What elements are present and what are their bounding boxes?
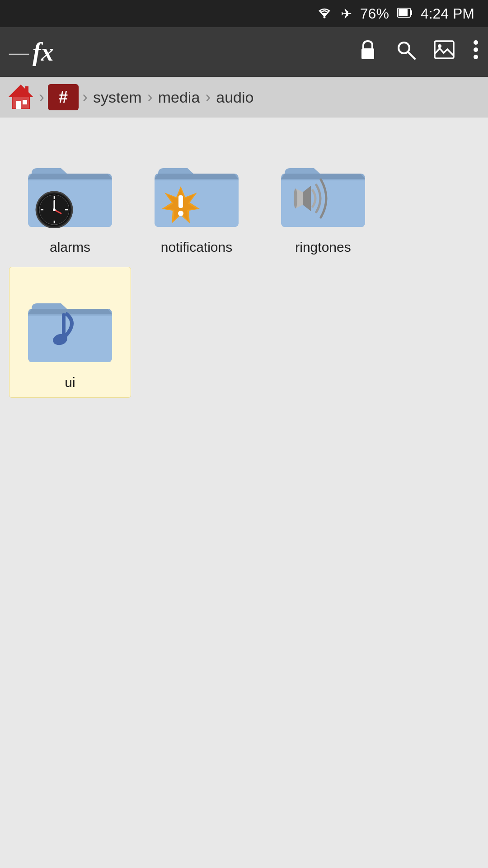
svg-line-6 <box>408 52 415 59</box>
folder-alarms-icon <box>25 146 115 237</box>
folder-alarms[interactable]: alarms <box>9 131 131 262</box>
folder-ringtones-label: ringtones <box>295 240 351 255</box>
arrow-1: › <box>39 88 44 107</box>
arrow-2: › <box>82 88 88 107</box>
lock-icon[interactable] <box>358 38 378 66</box>
folder-notifications-label: notifications <box>161 240 232 255</box>
svg-point-34 <box>294 189 297 208</box>
breadcrumb-root[interactable]: # <box>48 84 79 110</box>
svg-point-0 <box>323 16 325 18</box>
svg-point-11 <box>474 55 478 59</box>
svg-point-27 <box>53 208 56 211</box>
svg-rect-3 <box>399 9 408 16</box>
battery-icon <box>397 8 413 19</box>
folder-notifications[interactable]: notifications <box>136 131 258 262</box>
breadcrumb-system[interactable]: system <box>89 89 145 106</box>
arrow-4: › <box>205 88 211 107</box>
toolbar: — fx <box>0 27 488 77</box>
folder-notifications-icon <box>151 146 242 237</box>
app-logo: — fx <box>9 38 54 66</box>
svg-point-31 <box>178 211 183 216</box>
svg-point-10 <box>474 47 478 52</box>
arrow-3: › <box>147 88 153 107</box>
file-grid: alarms notifi <box>0 118 488 411</box>
time-text: 4:24 PM <box>421 5 474 22</box>
battery-text: 76% <box>360 5 389 22</box>
breadcrumb-media[interactable]: media <box>155 89 204 106</box>
breadcrumb-home[interactable] <box>5 81 37 113</box>
breadcrumb-audio[interactable]: audio <box>212 89 257 106</box>
wifi-icon <box>316 5 333 22</box>
svg-rect-4 <box>361 48 374 59</box>
image-icon[interactable] <box>434 40 455 64</box>
svg-rect-30 <box>178 195 183 208</box>
svg-rect-16 <box>25 86 28 94</box>
folder-ui-icon <box>25 282 115 372</box>
svg-rect-2 <box>410 10 412 15</box>
folder-ringtones-icon <box>278 146 368 237</box>
svg-point-9 <box>474 40 478 45</box>
folder-ui[interactable]: ui <box>9 267 131 398</box>
status-bar: ✈ 76% 4:24 PM <box>0 0 488 27</box>
folder-alarms-label: alarms <box>50 240 90 255</box>
more-icon[interactable] <box>473 40 479 64</box>
airplane-icon: ✈ <box>341 6 352 22</box>
breadcrumb: › # › system › media › audio <box>0 77 488 118</box>
folder-ringtones[interactable]: ringtones <box>262 131 384 262</box>
folder-ui-label: ui <box>65 375 75 390</box>
svg-rect-17 <box>13 97 29 108</box>
search-icon[interactable] <box>396 40 416 64</box>
